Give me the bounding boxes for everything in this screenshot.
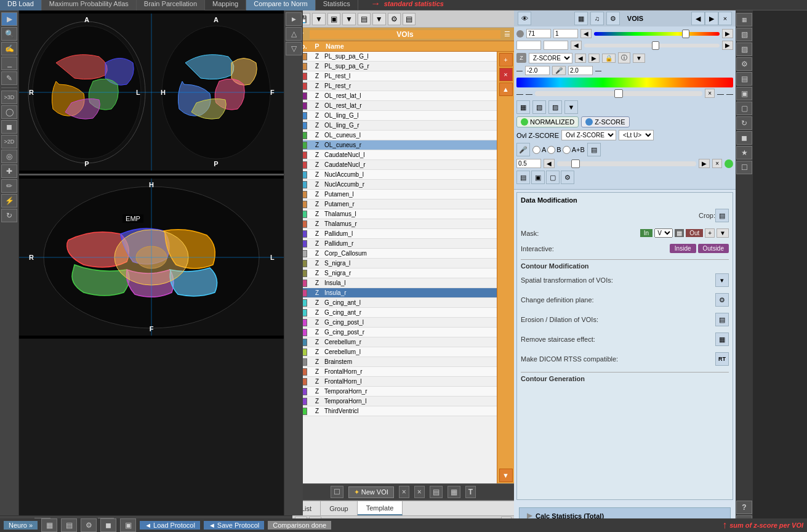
voi-table-row[interactable]: Z OL_cuneus_r — [292, 140, 497, 150]
bb-icon4[interactable]: ◼ — [100, 518, 116, 532]
mic-btn[interactable]: 🎤 — [552, 66, 566, 75]
fr-help[interactable]: ? — [736, 501, 752, 514]
bb-icon1[interactable]: ▦ — [41, 518, 57, 532]
dicom-btn[interactable]: RT — [715, 352, 729, 366]
voi-table-row[interactable]: Z PL_rest_r — [292, 81, 497, 91]
brain-top-view[interactable]: A A R L H F P P — [19, 10, 284, 174]
voi-table-row[interactable]: Z Insula_r — [292, 288, 497, 298]
voi-table-row[interactable]: Z Pallidum_r — [292, 239, 497, 249]
rp-icon-a[interactable]: ▦ — [516, 100, 530, 114]
rp-icon-b[interactable]: ▧ — [532, 100, 546, 114]
fr-btn4[interactable]: ⚙ — [736, 57, 752, 71]
tool-draw[interactable]: ✎ — [1, 71, 17, 85]
voi-table-row[interactable]: Z S_nigra_r — [292, 268, 497, 278]
mask-add[interactable]: + — [705, 228, 715, 238]
tab-template[interactable]: Template — [358, 501, 403, 515]
opacity-dec[interactable]: ◀ — [544, 159, 555, 168]
voi-table-row[interactable]: Z S_nigra_l — [292, 259, 497, 268]
voi-table-row[interactable]: Z Brainstem — [292, 357, 497, 367]
voi-table-row[interactable]: Z OL_cuneus_l — [292, 131, 497, 140]
tool-circle[interactable]: ◎ — [1, 150, 17, 163]
voi-table-row[interactable]: Z Corp_Callosum — [292, 249, 497, 259]
tool-r2[interactable]: △ — [286, 27, 302, 41]
voi-table-row[interactable]: Z Insula_l — [292, 278, 497, 288]
fr-btn1[interactable]: ▦ — [736, 13, 752, 26]
rp-chart3[interactable]: ▢ — [546, 171, 560, 184]
opacity-slider[interactable] — [557, 161, 696, 166]
voi-table-row[interactable]: Z Thalamus_r — [292, 219, 497, 229]
tool-measure[interactable]: ⎯ — [1, 57, 17, 70]
bb-icon2[interactable]: ▤ — [61, 518, 77, 532]
rp-arrow-right[interactable]: ▶ — [705, 12, 718, 25]
zscore-prev[interactable]: ◀ — [575, 54, 586, 63]
radio-ab[interactable] — [563, 146, 571, 154]
tool-r3[interactable]: ▽ — [286, 42, 302, 55]
tool-zoom[interactable]: 🔍 — [1, 27, 17, 41]
fr-btn11[interactable]: ☐ — [736, 161, 752, 174]
mask-in-btn[interactable]: In — [640, 229, 652, 237]
tab-brain-parc[interactable]: Brain Parcellation — [137, 0, 205, 10]
voi-table-row[interactable]: Z OL_rest_lat_r — [292, 101, 497, 111]
ovl-dropdown[interactable]: Ovl Z-SCORE — [561, 130, 616, 140]
lt-u-dropdown[interactable]: <Lt U> — [619, 130, 654, 140]
voi-stats-btn[interactable]: ▤ — [358, 13, 371, 25]
tab-max-prob[interactable]: Maximum Probability Atlas — [42, 0, 137, 10]
voi-table-row[interactable]: Z Cerebellum_r — [292, 337, 497, 347]
voi-table-row[interactable]: Z FrontalHorn_l — [292, 377, 497, 387]
tab-compare-norm[interactable]: Compare to Norm — [246, 0, 315, 10]
tool-crosshair[interactable]: ✚ — [1, 164, 17, 178]
zscore-val4[interactable] — [544, 41, 568, 50]
fr-btn5[interactable]: ▤ — [736, 72, 752, 86]
rp-arrow-r[interactable]: ▶ — [722, 29, 733, 38]
tool-pan[interactable]: ✍ — [1, 42, 17, 55]
change-def-btn[interactable]: ⚙ — [715, 293, 729, 307]
tool-pointer[interactable]: ▶ — [1, 12, 17, 26]
fr-btn3[interactable]: ▨ — [736, 42, 752, 56]
inside-btn[interactable]: Inside — [670, 244, 696, 253]
neuro-btn[interactable]: Neuro » — [4, 521, 38, 530]
radio-a[interactable] — [532, 146, 540, 154]
voi-table-row[interactable]: Z CaudateNucl_l — [292, 150, 497, 160]
bb-icon5[interactable]: ▣ — [120, 518, 136, 532]
opacity-clear[interactable]: × — [712, 159, 722, 168]
load-protocol-btn[interactable]: ◄ Load Protocol — [140, 521, 200, 530]
fr-btn10[interactable]: ★ — [736, 146, 752, 159]
voi-table-row[interactable]: Z G_cing_post_r — [292, 328, 497, 337]
voi-scroll-down[interactable]: ▼ — [499, 469, 513, 482]
rp-arrow-l[interactable]: ◀ — [580, 29, 592, 38]
radio-b[interactable] — [547, 146, 555, 154]
outside-btn[interactable]: Outside — [698, 244, 729, 253]
zscore-slider2[interactable] — [584, 44, 720, 47]
tab-statistics[interactable]: Statistics — [316, 0, 358, 10]
voi-table-row[interactable]: Z PL_rest_l — [292, 71, 497, 81]
zscore-max[interactable] — [568, 66, 593, 75]
voi-table-row[interactable]: Z Pallidum_l — [292, 229, 497, 239]
fr-btn2[interactable]: ▧ — [736, 28, 752, 41]
new-voi-x2[interactable]: × — [414, 486, 425, 498]
voi-table-row[interactable]: Z Putamen_l — [292, 190, 497, 200]
voi-table-row[interactable]: Z Thalamus_l — [292, 209, 497, 219]
rp-sound-btn[interactable]: 🎤 — [516, 143, 530, 156]
voi-config-btn[interactable]: ⚙ — [388, 13, 401, 25]
slider-clear[interactable]: × — [705, 89, 715, 98]
tab-db-load[interactable]: DB Load — [0, 0, 42, 10]
zscore-val3[interactable] — [516, 41, 541, 50]
tool-r1[interactable]: ▶ — [286, 12, 302, 26]
voi-dropdown-btn[interactable]: ▼ — [312, 13, 326, 25]
mask-dropdown[interactable]: ▼ — [717, 228, 729, 238]
tool-rotate[interactable]: ↻ — [1, 209, 17, 222]
rp-close-btn[interactable]: × — [718, 12, 732, 25]
tab-mapping[interactable]: Mapping — [205, 0, 246, 10]
save-protocol-btn[interactable]: ◄ Save Protocol — [204, 521, 264, 530]
erosion-btn[interactable]: ▤ — [715, 313, 729, 326]
rp-chart4[interactable]: ⚙ — [561, 171, 574, 184]
rp-icon-c[interactable]: ▨ — [548, 100, 562, 114]
zscore-min[interactable] — [525, 66, 550, 75]
voi-table-row[interactable]: Z G_cing_ant_r — [292, 308, 497, 318]
tool-edit[interactable]: ✏ — [1, 179, 17, 193]
voi-print-btn[interactable]: ▤ — [403, 13, 416, 25]
rp-chart1[interactable]: ▤ — [516, 171, 530, 184]
voi-checkbox[interactable]: ☐ — [331, 486, 343, 498]
voi-table-row[interactable]: Z ThirdVentricl — [292, 406, 497, 416]
zscore-slider[interactable] — [594, 32, 720, 36]
